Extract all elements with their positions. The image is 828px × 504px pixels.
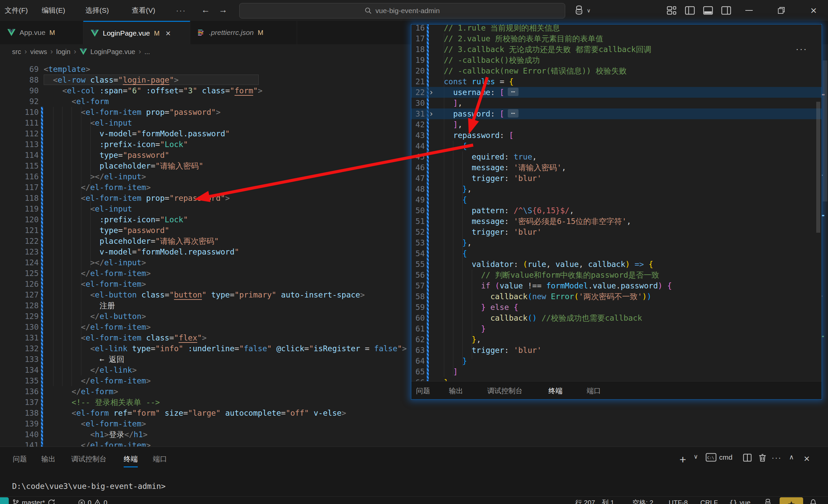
editor-scrollbar[interactable] bbox=[823, 60, 827, 201]
code-line[interactable]: 18// 3.callback 无论成功还是失败 都需要callback回调 bbox=[411, 44, 822, 55]
code-line[interactable]: 45equired: true, bbox=[411, 151, 822, 162]
floating-tab-terminal[interactable]: 终端 bbox=[548, 381, 563, 400]
code-line[interactable]: 60callback() //校验成功也需要callback bbox=[411, 313, 822, 323]
fold-chevron-icon[interactable]: › bbox=[429, 108, 433, 119]
cursor-position-status[interactable]: 行 207，列 1 bbox=[575, 498, 614, 504]
nav-back-icon[interactable]: ← bbox=[199, 5, 212, 15]
code-line[interactable]: 51message: '密码必须是6-15位的非空字符', bbox=[411, 216, 822, 227]
folded-code-ellipsis[interactable]: ⋯ bbox=[508, 109, 519, 118]
code-line[interactable]: 63trigger: 'blur' bbox=[411, 345, 822, 356]
breadcrumb-tail[interactable]: ... bbox=[144, 48, 150, 56]
encoding-status[interactable]: UTF-8 bbox=[669, 498, 688, 504]
menu-edit[interactable]: 编辑(E) bbox=[37, 0, 70, 21]
git-branch-status[interactable]: master* bbox=[12, 498, 55, 504]
code-line[interactable]: 44{ bbox=[411, 141, 822, 151]
command-center-search[interactable]: vue-big-event-admin bbox=[239, 3, 565, 18]
notifications-status[interactable] bbox=[809, 498, 817, 504]
maximize-panel-icon[interactable]: ∧ bbox=[789, 453, 794, 461]
panel-tab-terminal[interactable]: 终端 bbox=[124, 452, 138, 467]
tab-loginpage-vue[interactable]: LoginPage.vue M × bbox=[83, 21, 190, 45]
indentation-status[interactable]: 空格: 2 bbox=[632, 498, 653, 504]
kill-terminal-button[interactable] bbox=[758, 453, 767, 462]
terminal-profile-dropdown-icon[interactable]: ∨ bbox=[694, 453, 698, 460]
tab-app-vue[interactable]: App.vue M bbox=[0, 21, 83, 44]
floating-tab-debug-console[interactable]: 调试控制台 bbox=[487, 381, 523, 400]
copilot-status[interactable] bbox=[763, 498, 772, 504]
code-line[interactable]: 30], bbox=[411, 98, 822, 108]
restore-button[interactable] bbox=[767, 0, 796, 21]
panel-tab-problems[interactable]: 问题 bbox=[13, 452, 27, 466]
code-line[interactable]: 47trigger: 'blur' bbox=[411, 173, 822, 184]
code-line[interactable]: 42], bbox=[411, 119, 822, 130]
code-line[interactable]: 52trigger: 'blur' bbox=[411, 227, 822, 237]
code-line[interactable]: 43repassword: [ bbox=[411, 130, 822, 141]
code-line[interactable]: 64} bbox=[411, 356, 822, 366]
code-line[interactable]: 57if (value !== formModel.value.password… bbox=[411, 280, 822, 291]
code-line[interactable]: 59} else { bbox=[411, 302, 822, 313]
code-line[interactable]: 50pattern: /^\S{6,15}$/, bbox=[411, 205, 822, 216]
breadcrumb-login[interactable]: login bbox=[56, 48, 70, 56]
menu-file[interactable]: 文件(F) bbox=[0, 0, 33, 21]
code-line[interactable]: 17// 2.value 所校验的表单元素目前的表单值 bbox=[411, 33, 822, 44]
toggle-panel-icon[interactable] bbox=[703, 5, 713, 15]
editor-more-actions[interactable]: ··· bbox=[796, 44, 808, 54]
breadcrumb-src[interactable]: src bbox=[12, 48, 21, 56]
menu-more[interactable]: ··· bbox=[171, 0, 191, 21]
problems-status[interactable]: 0 0 bbox=[78, 498, 107, 504]
code-line[interactable]: 55validator: (rule, value, callback) => … bbox=[411, 259, 822, 270]
panel-more-actions[interactable]: ··· bbox=[772, 453, 782, 462]
floating-code-editor[interactable]: 16// 1.rule 当前规则的相关信息17// 2.value 所校验的表单… bbox=[411, 25, 822, 381]
panel-tab-output[interactable]: 输出 bbox=[41, 452, 55, 466]
menu-selection[interactable]: 选择(S) bbox=[81, 0, 114, 21]
language-mode-status[interactable]: {}vue bbox=[729, 498, 750, 504]
floating-tab-ports[interactable]: 端口 bbox=[587, 381, 601, 400]
eol-status[interactable]: CRLF bbox=[700, 498, 718, 504]
code-line[interactable]: 140<h1>登录</h1> bbox=[0, 429, 828, 440]
code-line[interactable]: 49{ bbox=[411, 194, 822, 205]
tab-prettierrc[interactable]: .prettierrc.json M bbox=[190, 21, 297, 44]
new-terminal-button[interactable]: + bbox=[679, 453, 686, 466]
terminal-profile[interactable]: C:\ cmd bbox=[706, 453, 733, 462]
status-badge-gold[interactable] bbox=[780, 497, 803, 504]
code-line[interactable]: 139<el-form-item> bbox=[0, 418, 828, 429]
floating-tab-problems[interactable]: 问题 bbox=[416, 381, 430, 400]
code-line[interactable]: 58callback(new Error('两次密码不一致')) bbox=[411, 291, 822, 302]
code-line[interactable]: 53}, bbox=[411, 237, 822, 248]
code-line[interactable]: 61} bbox=[411, 323, 822, 334]
breadcrumb-views[interactable]: views bbox=[30, 48, 47, 56]
panel-tab-debug-console[interactable]: 调试控制台 bbox=[71, 452, 107, 466]
close-panel-icon[interactable]: × bbox=[804, 453, 810, 464]
fold-chevron-icon[interactable]: › bbox=[429, 87, 433, 98]
code-line[interactable]: 16// 1.rule 当前规则的相关信息 bbox=[411, 25, 822, 33]
code-line[interactable]: 56// 判断value和form中收集的password是否一致 bbox=[411, 270, 822, 280]
code-line[interactable]: 138<el-form ref="form" size="large" auto… bbox=[0, 408, 828, 418]
folded-code-ellipsis[interactable]: ⋯ bbox=[508, 88, 519, 96]
panel-tab-ports[interactable]: 端口 bbox=[153, 452, 167, 466]
code-line[interactable]: 62}, bbox=[411, 334, 822, 345]
code-line[interactable]: 48}, bbox=[411, 184, 822, 194]
split-terminal-button[interactable] bbox=[743, 453, 752, 462]
code-line[interactable]: 21const rules = { bbox=[411, 76, 822, 87]
nav-forward-icon[interactable]: → bbox=[216, 5, 230, 15]
code-line[interactable]: 31›password: [⋯ bbox=[411, 108, 822, 119]
toggle-secondary-sidebar-icon[interactable] bbox=[721, 5, 731, 15]
floating-scrollbar[interactable] bbox=[816, 102, 820, 233]
floating-tab-output[interactable]: 输出 bbox=[449, 381, 463, 400]
close-tab-icon[interactable]: × bbox=[166, 28, 171, 39]
code-line[interactable]: 20// -callback(new Error(错误信息)) 校验失败 bbox=[411, 65, 822, 76]
close-window-button[interactable]: × bbox=[799, 0, 828, 21]
code-line[interactable]: 141</el-form-item> bbox=[0, 440, 828, 447]
customize-layout-icon[interactable] bbox=[667, 5, 677, 15]
toggle-sidebar-icon[interactable] bbox=[685, 5, 695, 15]
copilot-button[interactable]: ∨ bbox=[573, 5, 591, 16]
code-line[interactable]: 66} bbox=[411, 377, 822, 381]
terminal-prompt[interactable]: D:\code\vue3\vue-big-event-admin> bbox=[12, 482, 166, 491]
code-line[interactable]: 65] bbox=[411, 366, 822, 377]
code-line[interactable]: 54{ bbox=[411, 248, 822, 259]
remote-indicator[interactable] bbox=[0, 497, 9, 504]
minimize-button[interactable] bbox=[735, 0, 763, 21]
code-line[interactable]: 46message: '请输入密码', bbox=[411, 162, 822, 173]
code-line[interactable]: 22›username: [⋯ bbox=[411, 87, 822, 98]
menu-view[interactable]: 查看(V) bbox=[127, 0, 160, 21]
breadcrumb-file[interactable]: LoginPage.vue bbox=[90, 48, 135, 56]
